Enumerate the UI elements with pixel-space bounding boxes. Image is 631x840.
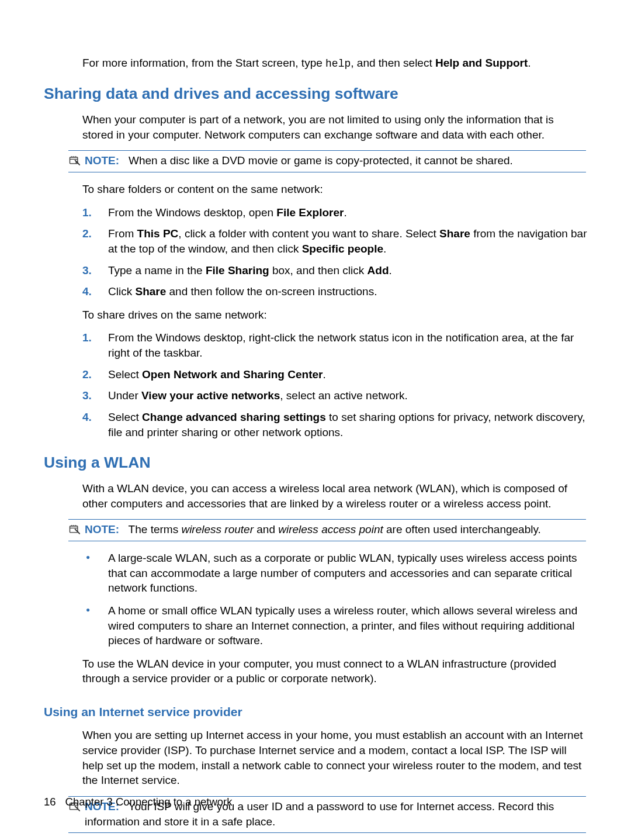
text: . [528, 57, 531, 69]
bullet-list-wlan: A large-scale WLAN, such as a corporate … [82, 551, 587, 648]
step-number: 2. [82, 367, 92, 382]
bold-text: File Explorer [276, 206, 344, 219]
intro-paragraph: For more information, from the Start scr… [82, 56, 587, 71]
text: are often used interchangeably. [383, 523, 541, 535]
list-item: A large-scale WLAN, such as a corporate … [82, 551, 587, 596]
list-item: 2.Select Open Network and Sharing Center… [82, 367, 587, 382]
text: and then follow the on-screen instructio… [166, 285, 377, 298]
bold-text: Change advanced sharing settings [142, 411, 326, 423]
text: , click a folder with content you want t… [178, 227, 439, 240]
list-item: 3.Type a name in the File Sharing box, a… [82, 263, 587, 278]
text: From the Windows desktop, open [108, 206, 276, 219]
note-label: NOTE: [85, 154, 119, 167]
lead-text: To share folders or content on the same … [82, 182, 586, 197]
list-item: 1.From the Windows desktop, right-click … [82, 330, 587, 360]
italic-text: wireless router [181, 523, 254, 535]
list-item: 1.From the Windows desktop, open File Ex… [82, 205, 587, 220]
note-icon [68, 153, 81, 168]
text: , select an active network. [280, 389, 408, 402]
document-page: For more information, from the Start scr… [44, 56, 587, 840]
section-heading-wlan: Using a WLAN [44, 452, 587, 473]
text: Click [108, 285, 135, 298]
text: Select [108, 411, 142, 423]
list-item: 3.Under View your active networks, selec… [82, 388, 587, 403]
note-icon [68, 522, 81, 537]
list-item: 2.From This PC, click a folder with cont… [82, 226, 587, 256]
ordered-list-drives: 1.From the Windows desktop, right-click … [82, 330, 587, 440]
paragraph: When your computer is part of a network,… [82, 112, 586, 142]
text: , and then select [351, 57, 435, 69]
step-number: 4. [82, 284, 92, 299]
note-block-2: NOTE: The terms wireless router and wire… [68, 519, 586, 541]
page-number: 16 [44, 795, 56, 810]
text: Under [108, 389, 141, 402]
text: The terms [129, 523, 182, 535]
note-text: NOTE: When a disc like a DVD movie or ga… [85, 153, 586, 168]
subsection-heading-isp: Using an Internet service provider [44, 704, 587, 720]
list-item: 4.Select Change advanced sharing setting… [82, 410, 587, 440]
bold-text: This PC [137, 227, 179, 240]
text: For more information, from the Start scr… [82, 57, 325, 69]
list-item: 4.Click Share and then follow the on-scr… [82, 284, 587, 299]
bold-text: File Sharing [206, 264, 269, 276]
step-number: 3. [82, 388, 92, 403]
code-text: help [325, 58, 351, 70]
bold-text: View your active networks [141, 389, 280, 402]
step-number: 1. [82, 205, 92, 220]
text: . [344, 206, 346, 219]
list-item: A home or small office WLAN typically us… [82, 603, 587, 648]
bold-text: Share [439, 227, 470, 240]
chapter-label: Chapter 3 Connecting to a network [65, 795, 233, 810]
paragraph: With a WLAN device, you can access a wir… [82, 481, 586, 511]
bold-text: Help and Support [435, 57, 528, 69]
note-text: NOTE: The terms wireless router and wire… [85, 522, 586, 537]
italic-text: wireless access point [278, 523, 383, 535]
text: . [383, 243, 386, 255]
bold-text: Open Network and Sharing Center [142, 368, 323, 381]
text: From the Windows desktop, right-click th… [108, 331, 574, 359]
page-footer: 16 Chapter 3 Connecting to a network [44, 795, 232, 810]
paragraph: To use the WLAN device in your computer,… [82, 656, 586, 686]
text: Type a name in the [108, 264, 206, 276]
step-number: 1. [82, 330, 92, 345]
section-heading-sharing: Sharing data and drives and accessing so… [44, 84, 587, 105]
bold-text: Share [135, 285, 166, 298]
paragraph: When you are setting up Internet access … [82, 728, 586, 788]
bold-text: Add [367, 264, 389, 276]
note-label: NOTE: [85, 523, 119, 535]
svg-rect-1 [70, 526, 78, 533]
step-number: 2. [82, 226, 92, 241]
step-number: 3. [82, 263, 92, 278]
note-block-1: NOTE: When a disc like a DVD movie or ga… [68, 150, 586, 172]
note-body: When a disc like a DVD movie or game is … [129, 154, 513, 167]
lead-text: To share drives on the same network: [82, 307, 586, 323]
ordered-list-folders: 1.From the Windows desktop, open File Ex… [82, 205, 587, 299]
text: and [254, 523, 278, 535]
text: . [323, 368, 325, 381]
text: Select [108, 368, 142, 381]
text: From [108, 227, 137, 240]
text: . [389, 264, 392, 276]
step-number: 4. [82, 410, 92, 425]
text: box, and then click [269, 264, 367, 276]
bold-text: Specific people [302, 243, 383, 255]
